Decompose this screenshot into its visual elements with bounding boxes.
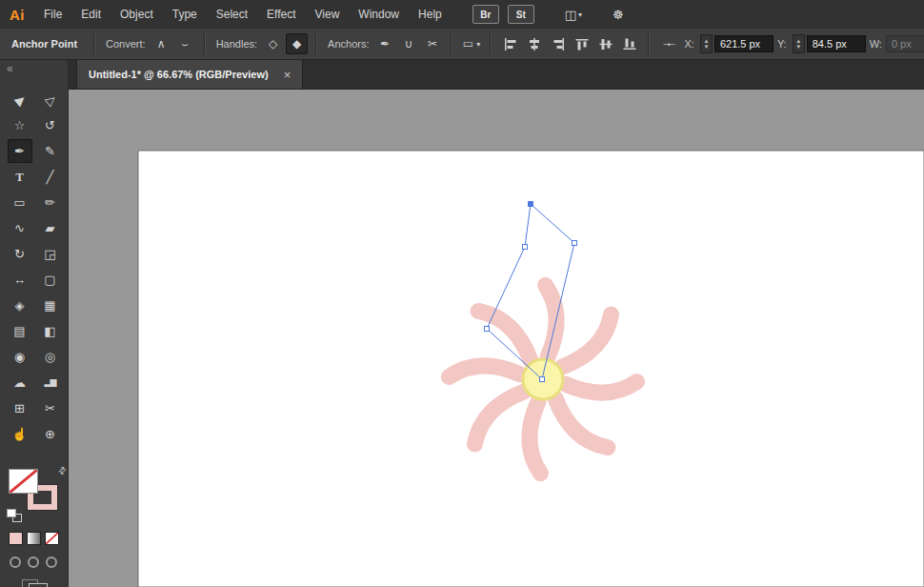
align-bottom-button[interactable] [618, 33, 640, 54]
chevron-down-icon: ▾ [578, 10, 582, 19]
align-right-icon [552, 38, 565, 51]
gradient-button[interactable] [27, 532, 41, 545]
width-tool[interactable]: ↔ [8, 268, 32, 292]
zoom-tool[interactable]: ⊕ [38, 422, 63, 446]
menu-effect[interactable]: Effect [257, 8, 305, 21]
x-value-field[interactable]: 621.5 px [714, 35, 773, 52]
rotate-tool[interactable]: ↻ [8, 242, 32, 266]
hand-icon: ☝ [11, 428, 27, 440]
pen-tool[interactable]: ✒ [8, 139, 32, 163]
anchor-point[interactable] [485, 327, 490, 332]
cut-path-icon: ✂ [428, 37, 437, 51]
menu-object[interactable]: Object [110, 8, 163, 21]
tools-grid: ▶ ▷ ☆ ↺ ✒ ✎ T ╱ ▭ ✏ ∿ ▰ ↻ ◲ ↔ ▢ ◈ ▦ ▤ ◧ … [0, 88, 68, 446]
document-tab-bar: Untitled-1* @ 66.67% (RGB/Preview) × [69, 60, 924, 90]
workspace-layout-button[interactable]: ◫ ▾ [565, 8, 582, 22]
menu-edit[interactable]: Edit [71, 8, 110, 21]
convert-to-smooth-button[interactable]: ⌣ [174, 33, 196, 54]
convert-to-corner-button[interactable]: ∧ [151, 33, 172, 54]
fill-stroke-indicator[interactable]: ⇄ [9, 469, 62, 513]
menu-file[interactable]: File [34, 8, 71, 21]
screen-mode-button[interactable] [29, 583, 48, 587]
shape-builder-icon: ◈ [15, 299, 25, 312]
transform-panel-button[interactable]: ▭ ▾ [460, 33, 482, 54]
cut-path-button[interactable]: ✂ [421, 33, 443, 54]
x-stepper[interactable]: ▴ ▾ [700, 34, 713, 53]
artboard-tool[interactable]: ⊞ [8, 396, 32, 420]
shape-builder-tool[interactable]: ◈ [8, 294, 32, 317]
perspective-grid-tool[interactable]: ▦ [38, 294, 63, 317]
perspective-grid-icon: ▦ [44, 299, 55, 312]
type-tool[interactable]: T [8, 165, 32, 189]
menu-bar: Ai File Edit Object Type Select Effect V… [0, 0, 924, 29]
curvature-icon: ✎ [45, 145, 55, 157]
line-segment-tool[interactable]: ╱ [38, 165, 63, 189]
stepper-down-icon: ▾ [796, 44, 800, 50]
color-mode-row [9, 532, 68, 545]
draw-mode-row [10, 557, 68, 568]
anchors-label: Anchors: [328, 38, 369, 50]
bridge-button[interactable]: Br [472, 5, 499, 24]
align-right-button[interactable] [547, 33, 569, 54]
magic-wand-tool[interactable]: ☆ [8, 113, 32, 137]
menu-select[interactable]: Select [207, 8, 257, 21]
document-tab[interactable]: Untitled-1* @ 66.67% (RGB/Preview) × [76, 60, 303, 89]
symbol-sprayer-tool[interactable]: ☁ [8, 371, 32, 395]
artwork[interactable] [69, 90, 924, 587]
zoom-icon: ⊕ [45, 428, 55, 440]
gradient-tool[interactable]: ◧ [38, 319, 63, 343]
sync-settings-icon[interactable]: ☸ [613, 8, 624, 22]
menu-help[interactable]: Help [409, 8, 452, 21]
anchor-point[interactable] [572, 241, 577, 246]
anchor-point-selected[interactable] [529, 202, 533, 207]
stock-button[interactable]: St [508, 5, 534, 24]
align-top-button[interactable] [571, 33, 593, 54]
eraser-tool[interactable]: ▰ [38, 216, 63, 240]
convert-label: Convert: [106, 38, 146, 50]
hide-handles-button[interactable]: ◇ [262, 33, 284, 54]
isolate-selection-button[interactable]: ─▪─ [657, 33, 679, 54]
y-value-field[interactable]: 84.5 px [807, 35, 866, 52]
align-center-horizontal-button[interactable] [523, 33, 545, 54]
none-button[interactable] [45, 532, 59, 545]
draw-normal-button[interactable] [10, 557, 21, 568]
anchor-point[interactable] [523, 245, 528, 250]
slice-tool[interactable]: ✂ [38, 396, 63, 420]
align-center-horizontal-icon [528, 38, 541, 51]
menu-window[interactable]: Window [349, 8, 409, 21]
canvas-area[interactable] [69, 90, 924, 587]
align-center-vertical-button[interactable] [594, 33, 616, 54]
align-left-button[interactable] [499, 33, 521, 54]
direct-selection-tool[interactable]: ▷ [38, 88, 63, 111]
tab-close-icon[interactable]: × [284, 69, 291, 81]
draw-behind-button[interactable] [28, 557, 39, 568]
paintbrush-tool[interactable]: ✏ [38, 191, 63, 214]
swap-fill-stroke-icon[interactable]: ⇄ [55, 464, 69, 477]
anchor-point[interactable] [540, 377, 545, 382]
collapse-toolbar-button[interactable]: « [0, 60, 68, 76]
color-button[interactable] [9, 532, 23, 545]
shaper-tool[interactable]: ∿ [8, 216, 32, 240]
menu-type[interactable]: Type [163, 8, 207, 21]
eyedropper-tool[interactable]: ◉ [8, 345, 32, 369]
hand-tool[interactable]: ☝ [8, 422, 32, 446]
show-handles-button[interactable]: ◆ [286, 33, 308, 54]
y-stepper[interactable]: ▴ ▾ [793, 34, 805, 53]
remove-anchor-button[interactable]: ✒ [373, 33, 395, 54]
scale-tool[interactable]: ◲ [38, 242, 63, 266]
mesh-tool[interactable]: ▤ [8, 319, 32, 343]
free-transform-tool[interactable]: ▢ [38, 268, 63, 292]
fill-none-swatch[interactable] [9, 469, 38, 494]
blend-tool[interactable]: ◎ [38, 345, 63, 369]
separator [204, 32, 206, 55]
rectangle-tool[interactable]: ▭ [8, 191, 32, 214]
draw-inside-button[interactable] [46, 557, 57, 568]
column-graph-tool[interactable]: ▂▆ [38, 371, 63, 395]
selection-tool[interactable]: ▶ [8, 88, 32, 111]
default-fill-stroke-icon[interactable] [7, 509, 22, 522]
curvature-tool[interactable]: ✎ [38, 139, 63, 163]
menu-view[interactable]: View [306, 8, 350, 21]
layout-icon: ◫ [565, 8, 576, 22]
connect-anchors-button[interactable]: ∪ [397, 33, 419, 54]
lasso-tool[interactable]: ↺ [38, 113, 63, 137]
